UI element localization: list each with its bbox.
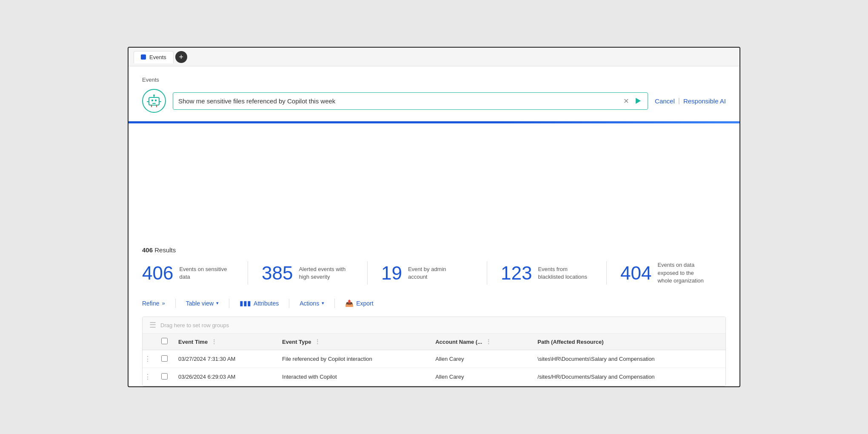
- refine-label: Refine: [142, 300, 159, 307]
- table-header-row: Event Time ⋮ Event Type ⋮: [143, 334, 725, 350]
- tab-events-label: Events: [149, 54, 166, 60]
- stat-item-3: 123 Events from blacklisted locations: [501, 261, 607, 285]
- stat-item-0: 406 Events on sensitive data: [142, 261, 248, 285]
- th-event-type: Event Type ⋮: [276, 334, 429, 350]
- results-number: 406: [142, 246, 153, 254]
- clear-search-button[interactable]: ✕: [622, 97, 631, 105]
- search-row: ✕ Cancel | Responsible AI: [142, 89, 726, 113]
- results-count: 406 Results: [142, 246, 726, 254]
- stat-number-1: 385: [262, 264, 293, 283]
- drag-icon: ☰: [149, 320, 156, 330]
- stat-number-3: 123: [501, 264, 532, 283]
- robot-icon: [142, 89, 166, 113]
- table-container: ☰ Drag here to set row groups Event Time…: [142, 317, 726, 386]
- refine-button[interactable]: Refine »: [142, 297, 165, 309]
- actions-button[interactable]: Actions ▾: [300, 297, 324, 309]
- stat-number-4: 404: [620, 264, 651, 283]
- stat-number-0: 406: [142, 264, 173, 283]
- stat-item-1: 385 Alerted events with high severity: [262, 261, 368, 285]
- svg-rect-1: [151, 100, 153, 101]
- row-event-time-1: 03/26/2024 6:29:03 AM: [172, 368, 276, 386]
- send-arrow-icon: [636, 98, 641, 104]
- stat-label-3: Events from blacklisted locations: [538, 266, 589, 281]
- th-row-actions: [143, 334, 155, 350]
- toolbar: Refine » Table view ▾ ▮▮▮ Attributes Act…: [142, 297, 726, 313]
- toolbar-sep-1: [175, 299, 176, 308]
- actions-chevron-icon: ▾: [322, 300, 324, 306]
- drag-row: ☰ Drag here to set row groups: [143, 317, 725, 334]
- add-tab-button[interactable]: +: [175, 51, 187, 63]
- th-checkbox: [155, 334, 172, 350]
- stat-item-4: 404 Events on data exposed to the whole …: [620, 261, 726, 285]
- row-checkbox-cell-1: [155, 368, 172, 386]
- row-checkbox-cell-0: [155, 350, 172, 368]
- actions-label: Actions: [300, 300, 319, 307]
- table-row: ⋮ 03/26/2024 6:29:03 AM Interacted with …: [143, 368, 725, 386]
- stat-label-4: Events on data exposed to the whole orga…: [657, 261, 708, 285]
- table-view-button[interactable]: Table view ▾: [186, 297, 219, 309]
- tab-icon: [141, 54, 146, 60]
- th-account-name: Account Name (... ⋮: [429, 334, 531, 350]
- blue-separator-bar: [128, 121, 740, 123]
- row-checkbox-1[interactable]: [161, 373, 168, 380]
- event-type-col-menu-icon[interactable]: ⋮: [314, 338, 320, 345]
- row-account-name-0: Allen Carey: [429, 350, 531, 368]
- row-path-0: \sites\HR\Documents\Salary and Compensat…: [531, 350, 725, 368]
- row-dots-menu-1[interactable]: ⋮: [143, 368, 155, 386]
- refine-chevron-icon: »: [162, 300, 165, 306]
- th-path-label: Path (Affected Resource): [537, 339, 603, 345]
- table-view-label: Table view: [186, 300, 214, 307]
- results-section: 406 Results 406 Events on sensitive data…: [128, 238, 740, 386]
- tab-bar: Events +: [128, 48, 740, 66]
- row-dots-menu-0[interactable]: ⋮: [143, 350, 155, 368]
- export-icon: 📤: [345, 299, 354, 307]
- th-event-time-label: Event Time: [178, 339, 208, 345]
- search-input[interactable]: [178, 97, 618, 105]
- th-path: Path (Affected Resource): [531, 334, 725, 350]
- row-path-1: /sites/HR/Documents/Salary and Compensat…: [531, 368, 725, 386]
- row-event-type-1: Interacted with Copilot: [276, 368, 429, 386]
- export-label: Export: [356, 300, 373, 307]
- th-event-type-label: Event Type: [282, 339, 311, 345]
- main-window: Events + Events: [128, 47, 740, 387]
- attributes-button[interactable]: ▮▮▮ Attributes: [240, 297, 279, 310]
- section-label: Events: [142, 77, 726, 83]
- select-all-checkbox[interactable]: [161, 338, 168, 344]
- stats-row: 406 Events on sensitive data 385 Alerted…: [142, 261, 726, 285]
- row-account-name-1: Allen Carey: [429, 368, 531, 386]
- attributes-label: Attributes: [254, 300, 279, 307]
- row-checkbox-0[interactable]: [161, 355, 168, 362]
- send-search-button[interactable]: [634, 96, 642, 106]
- th-event-time: Event Time ⋮: [172, 334, 276, 350]
- events-table: Event Time ⋮ Event Type ⋮: [143, 334, 725, 386]
- search-actions: Cancel | Responsible AI: [655, 97, 726, 105]
- responsible-ai-link[interactable]: Responsible AI: [683, 97, 726, 105]
- table-row: ⋮ 03/27/2024 7:31:30 AM File referenced …: [143, 350, 725, 368]
- stat-item-2: 19 Event by admin account: [381, 261, 487, 285]
- toolbar-sep-3: [289, 299, 289, 308]
- divider: |: [678, 97, 680, 105]
- event-time-col-menu-icon[interactable]: ⋮: [211, 338, 217, 345]
- svg-rect-0: [149, 97, 159, 105]
- cancel-link[interactable]: Cancel: [655, 97, 675, 105]
- search-input-wrap: ✕: [173, 92, 648, 110]
- tab-events[interactable]: Events: [134, 51, 174, 63]
- svg-point-5: [153, 94, 155, 96]
- svg-rect-2: [155, 100, 157, 101]
- toolbar-sep-4: [334, 299, 335, 308]
- stat-label-2: Event by admin account: [408, 266, 459, 281]
- main-content: Events ✕: [128, 66, 740, 238]
- row-event-type-0: File referenced by Copilot interaction: [276, 350, 429, 368]
- account-name-col-menu-icon[interactable]: ⋮: [485, 338, 491, 345]
- stat-label-0: Events on sensitive data: [179, 266, 230, 281]
- th-account-name-label: Account Name (...: [435, 339, 482, 345]
- row-event-time-0: 03/27/2024 7:31:30 AM: [172, 350, 276, 368]
- results-label: Results: [154, 246, 176, 254]
- attributes-bars-icon: ▮▮▮: [240, 299, 251, 307]
- stat-number-2: 19: [381, 264, 402, 283]
- export-button[interactable]: 📤 Export: [345, 297, 373, 310]
- table-view-chevron-icon: ▾: [216, 300, 219, 306]
- stat-label-1: Alerted events with high severity: [299, 266, 350, 281]
- toolbar-sep-2: [229, 299, 229, 308]
- drag-placeholder: Drag here to set row groups: [160, 322, 229, 328]
